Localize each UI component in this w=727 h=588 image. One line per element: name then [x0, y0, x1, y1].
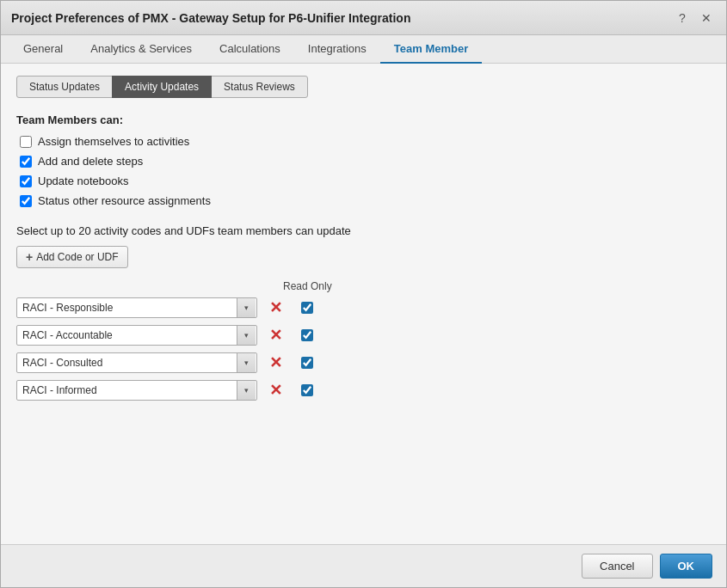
team-members-checkboxes: Assign themselves to activities Add and …	[20, 135, 711, 207]
read-only-checkbox-1[interactable]	[301, 302, 313, 314]
delete-row-1-icon[interactable]: ✕	[269, 298, 282, 317]
code-select-3[interactable]: RACI - Consulted	[16, 352, 257, 373]
tab-team-member[interactable]: Team Member	[380, 35, 482, 64]
select-wrapper-2: RACI - Accountable ▾	[16, 325, 257, 346]
select-wrapper-4: RACI - Informed ▾	[16, 380, 257, 401]
sub-tab-activity-updates[interactable]: Activity Updates	[112, 76, 212, 98]
dialog-title: Project Preferences of PMX - Gateway Set…	[11, 11, 410, 25]
checkbox-update-notebooks[interactable]	[20, 175, 32, 187]
help-button[interactable]: ?	[673, 9, 692, 28]
tab-calculations[interactable]: Calculations	[206, 35, 294, 64]
checkbox-assign[interactable]	[20, 136, 32, 148]
code-row-1: RACI - Responsible ▾ ✕	[16, 297, 711, 318]
delete-row-4-icon[interactable]: ✕	[269, 381, 282, 400]
read-only-cell-1	[294, 302, 320, 314]
read-only-checkbox-3[interactable]	[301, 357, 313, 369]
read-only-cell-4	[294, 384, 320, 396]
title-bar: Project Preferences of PMX - Gateway Set…	[1, 1, 726, 35]
checkbox-status-other-label: Status other resource assignments	[38, 194, 211, 207]
code-select-2[interactable]: RACI - Accountable	[16, 325, 257, 346]
checkbox-add-delete[interactable]	[20, 156, 32, 168]
checkbox-row-assign: Assign themselves to activities	[20, 135, 711, 148]
sub-tab-status-reviews[interactable]: Status Reviews	[211, 76, 308, 98]
code-list-header: Read Only	[16, 280, 711, 292]
cancel-button[interactable]: Cancel	[582, 554, 652, 579]
close-icon: ✕	[701, 11, 712, 25]
add-button-label: Add Code or UDF	[36, 251, 118, 263]
read-only-checkbox-4[interactable]	[301, 384, 313, 396]
close-button[interactable]: ✕	[697, 9, 716, 28]
checkbox-add-delete-label: Add and delete steps	[38, 155, 143, 168]
add-code-udf-button[interactable]: + Add Code or UDF	[16, 246, 128, 268]
content-area: Status Updates Activity Updates Status R…	[1, 64, 726, 544]
read-only-cell-3	[294, 357, 320, 369]
help-icon: ?	[679, 11, 686, 25]
sub-tab-status-updates[interactable]: Status Updates	[16, 76, 113, 98]
read-only-label: Read Only	[283, 280, 332, 292]
dialog: Project Preferences of PMX - Gateway Set…	[0, 0, 727, 588]
checkbox-row-add-delete: Add and delete steps	[20, 155, 711, 168]
nav-tabs: General Analytics & Services Calculation…	[1, 35, 726, 64]
add-icon: +	[26, 250, 33, 264]
code-row-4: RACI - Informed ▾ ✕	[16, 380, 711, 401]
udf-section-label: Select up to 20 activity codes and UDFs …	[16, 224, 711, 237]
code-select-4[interactable]: RACI - Informed	[16, 380, 257, 401]
title-bar-buttons: ? ✕	[673, 9, 716, 28]
delete-row-2-icon[interactable]: ✕	[269, 326, 282, 345]
tab-analytics[interactable]: Analytics & Services	[77, 35, 206, 64]
footer: Cancel OK	[1, 544, 726, 587]
code-row-2: RACI - Accountable ▾ ✕	[16, 325, 711, 346]
select-wrapper-3: RACI - Consulted ▾	[16, 352, 257, 373]
ok-button[interactable]: OK	[660, 554, 713, 579]
checkbox-row-update-notebooks: Update notebooks	[20, 175, 711, 187]
checkbox-assign-label: Assign themselves to activities	[38, 135, 189, 148]
team-members-label: Team Members can:	[16, 113, 711, 126]
code-row-3: RACI - Consulted ▾ ✕	[16, 352, 711, 373]
checkbox-update-notebooks-label: Update notebooks	[38, 175, 129, 187]
read-only-checkbox-2[interactable]	[301, 329, 313, 341]
select-wrapper-1: RACI - Responsible ▾	[16, 297, 257, 318]
checkbox-row-status-other: Status other resource assignments	[20, 194, 711, 207]
checkbox-status-other[interactable]	[20, 195, 32, 207]
code-select-1[interactable]: RACI - Responsible	[16, 297, 257, 318]
delete-row-3-icon[interactable]: ✕	[269, 353, 282, 372]
tab-general[interactable]: General	[9, 35, 77, 64]
tab-integrations[interactable]: Integrations	[294, 35, 380, 64]
sub-tabs: Status Updates Activity Updates Status R…	[16, 76, 711, 98]
read-only-cell-2	[294, 329, 320, 341]
